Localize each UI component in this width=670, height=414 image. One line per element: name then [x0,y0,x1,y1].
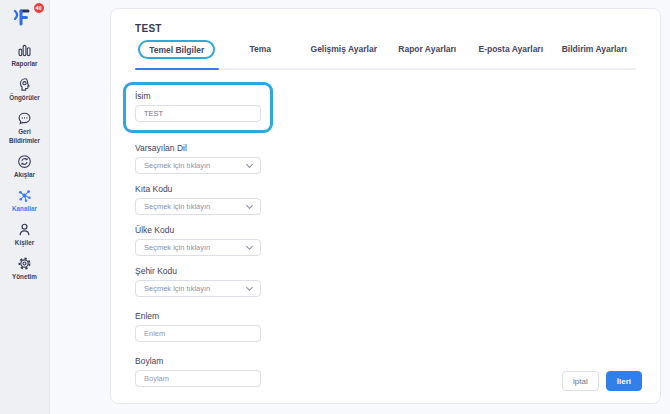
tab-eposta-ayarlari[interactable]: E-posta Ayarları [469,44,553,68]
tab-temel-bilgiler[interactable]: Temel Bilgiler [135,44,219,68]
form-footer: İptal İleri [562,371,642,391]
field-kita-kodu: Kıta Kodu Seçmek için tıklayın [135,184,261,215]
tab-label: Gelişmiş Ayarlar [311,44,377,54]
tab-label: Tema [249,44,271,54]
sidebar-item-label: Yönetim [9,273,40,281]
select-placeholder: Seçmek için tıklayın [144,284,210,293]
tab-tema[interactable]: Tema [219,44,303,68]
tab-label: Temel Bilgiler [149,45,204,55]
tab-highlight-box: Temel Bilgiler [138,40,215,59]
field-label: Boylam [135,356,261,366]
sidebar-item-geri-bildirimler[interactable]: Geri Bildirimler [0,111,49,144]
field-label: Şehir Kodu [135,266,261,276]
boylam-input[interactable] [135,370,261,387]
sidebar-item-label: Akışlar [11,171,38,179]
field-label: Varsayılan Dil [135,143,261,153]
sidebar: 40 Raporlar Öngörüler [0,0,50,414]
field-enlem: Enlem [135,311,261,342]
insights-icon [17,77,32,92]
gear-icon [17,256,32,271]
field-label: Ülke Kodu [135,225,261,235]
isim-input[interactable] [135,105,261,122]
chevron-down-icon [246,161,253,168]
sidebar-item-kanallar[interactable]: Kanallar [0,188,49,213]
tab-bar: Temel Bilgiler Tema Gelişmiş Ayarlar Rap… [135,44,636,70]
sidebar-item-raporlar[interactable]: Raporlar [0,43,49,68]
next-button[interactable]: İleri [606,371,642,391]
tab-label: Rapor Ayarları [398,44,456,54]
tab-label: Bildirim Ayarları [562,44,627,54]
sidebar-item-label: Raporlar [9,60,41,68]
contacts-icon [17,222,32,237]
sehir-kodu-select[interactable]: Seçmek için tıklayın [135,280,261,297]
page-title: TEST [135,23,636,34]
settings-card: TEST Temel Bilgiler Tema Gelişmiş Ayarla… [110,8,661,404]
logo-icon [12,7,34,29]
tab-bildirim-ayarlari[interactable]: Bildirim Ayarları [553,44,637,68]
chevron-down-icon [246,202,253,209]
field-label: Kıta Kodu [135,184,261,194]
sidebar-item-kisiler[interactable]: Kişiler [0,222,49,247]
field-isim: İsim [135,91,261,122]
select-placeholder: Seçmek için tıklayın [144,243,210,252]
settings-form: İsim Varsayılan Dil Seçmek için tıklayın… [135,82,636,387]
sidebar-item-label: Öngörüler [6,94,42,102]
bar-chart-icon [17,43,32,58]
sidebar-item-yonetim[interactable]: Yönetim [0,256,49,281]
sidebar-item-ongoruler[interactable]: Öngörüler [0,77,49,102]
sidebar-item-akislar[interactable]: Akışlar [0,154,49,179]
select-placeholder: Seçmek için tıklayın [144,161,210,170]
field-boylam: Boylam [135,356,261,387]
chevron-down-icon [246,243,253,250]
field-label: İsim [135,91,261,101]
ulke-kodu-select[interactable]: Seçmek için tıklayın [135,239,261,256]
kita-kodu-select[interactable]: Seçmek için tıklayın [135,198,261,215]
notification-badge: 40 [33,2,45,14]
enlem-input[interactable] [135,325,261,342]
tab-label: E-posta Ayarları [478,44,543,54]
sidebar-item-label: Kanallar [9,205,40,213]
varsayilan-dil-select[interactable]: Seçmek için tıklayın [135,157,261,174]
field-sehir-kodu: Şehir Kodu Seçmek için tıklayın [135,266,261,297]
tab-rapor-ayarlari[interactable]: Rapor Ayarları [386,44,470,68]
select-placeholder: Seçmek için tıklayın [144,202,210,211]
isim-highlight-box: İsim [123,82,273,133]
sidebar-item-label: Kişiler [12,239,37,247]
field-varsayilan-dil: Varsayılan Dil Seçmek için tıklayın [135,143,261,174]
sidebar-item-label: Geri Bildirimler [0,128,49,144]
field-label: Enlem [135,311,261,321]
chevron-down-icon [246,284,253,291]
feedback-icon [17,111,32,126]
channels-icon [17,188,32,203]
app-logo[interactable]: 40 [12,5,38,31]
tab-gelismis-ayarlar[interactable]: Gelişmiş Ayarlar [302,44,386,68]
flows-icon [17,154,32,169]
field-ulke-kodu: Ülke Kodu Seçmek için tıklayın [135,225,261,256]
cancel-button[interactable]: İptal [562,371,599,391]
active-tab-underline [135,68,219,71]
